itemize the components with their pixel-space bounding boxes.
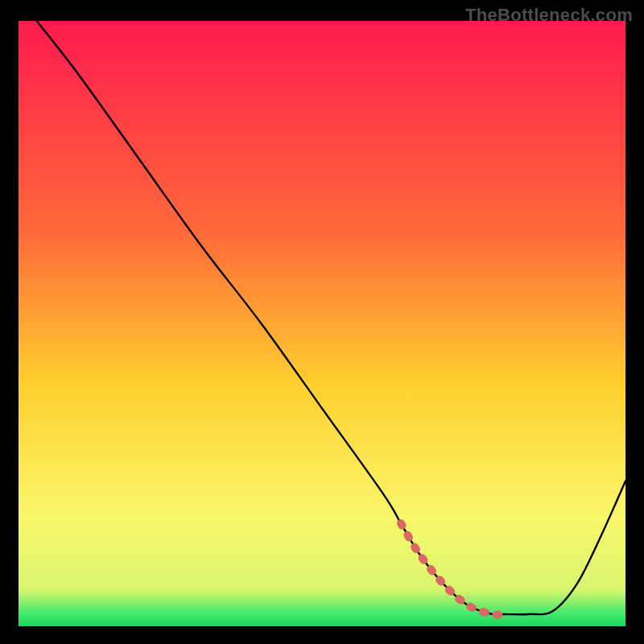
plot-area (19, 21, 625, 626)
gradient-background (19, 21, 625, 626)
chart-container: TheBottleneck.com (0, 0, 644, 644)
chart-svg (19, 21, 625, 626)
watermark-text: TheBottleneck.com (465, 5, 633, 26)
